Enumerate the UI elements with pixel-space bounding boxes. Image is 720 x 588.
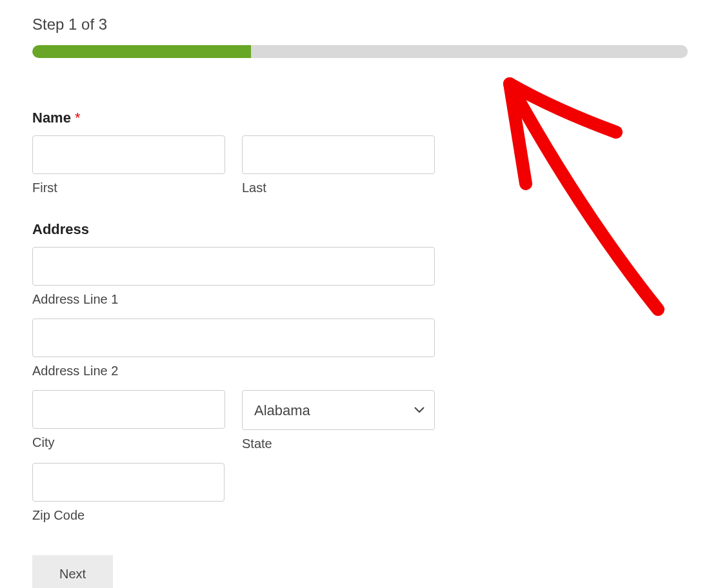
state-sublabel: State xyxy=(242,436,435,451)
progress-bar xyxy=(32,45,688,58)
required-marker: * xyxy=(75,110,81,126)
address-line2-input[interactable] xyxy=(32,318,435,357)
zip-sublabel: Zip Code xyxy=(32,508,225,523)
step-indicator: Step 1 of 3 xyxy=(32,15,688,34)
last-name-sublabel: Last xyxy=(242,181,435,195)
next-button[interactable]: Next xyxy=(32,555,113,588)
first-name-input[interactable] xyxy=(32,135,225,174)
annotation-arrow xyxy=(465,71,697,329)
state-select[interactable]: Alabama xyxy=(242,390,435,430)
last-name-input[interactable] xyxy=(242,135,435,174)
address-line1-input[interactable] xyxy=(32,247,435,286)
name-label: Name * xyxy=(32,110,435,126)
address-line1-sublabel: Address Line 1 xyxy=(32,292,435,307)
progress-fill xyxy=(32,45,251,58)
first-name-sublabel: First xyxy=(32,181,225,195)
address-label: Address xyxy=(32,221,435,238)
form-section: Name * First Last Address Address Line 1… xyxy=(32,110,435,588)
city-input[interactable] xyxy=(32,390,225,429)
name-label-text: Name xyxy=(32,110,71,126)
zip-input[interactable] xyxy=(32,463,225,502)
address-line2-sublabel: Address Line 2 xyxy=(32,364,435,378)
city-sublabel: City xyxy=(32,435,225,450)
